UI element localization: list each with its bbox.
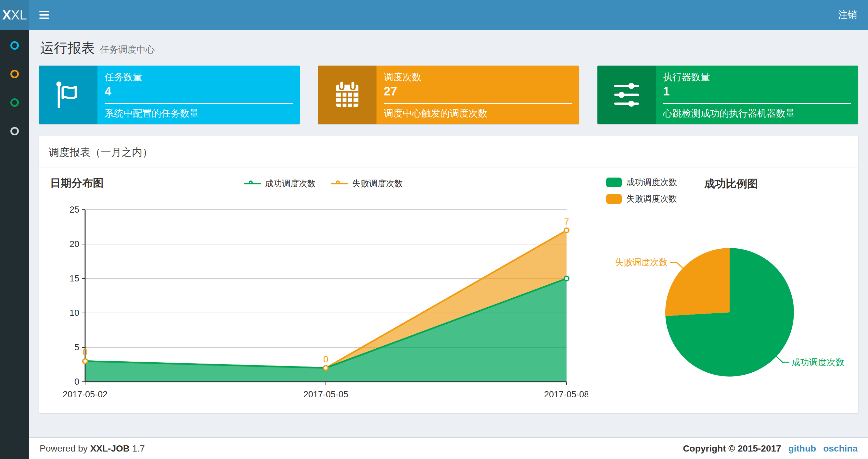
svg-text:2017-05-02: 2017-05-02 xyxy=(63,390,107,399)
svg-text:25: 25 xyxy=(69,205,79,215)
sliders-icon xyxy=(597,66,656,124)
sidebar-item-1[interactable] xyxy=(0,31,29,60)
calendar-icon xyxy=(318,66,376,124)
stat-value: 4 xyxy=(104,86,293,98)
brand-logo[interactable]: XXL xyxy=(0,0,29,30)
legend-label: 失败调度次数 xyxy=(352,178,403,189)
main-content: 运行报表 任务调度中心 任务数量 4 系统中配置的任务数量 xyxy=(29,30,868,437)
svg-text:2017-05-05: 2017-05-05 xyxy=(303,390,348,399)
line-legend-marker xyxy=(331,180,348,187)
svg-text:10: 10 xyxy=(69,308,79,318)
line-chart-legend: 成功调度次数 失败调度次数 xyxy=(244,178,403,189)
svg-text:20: 20 xyxy=(69,239,79,249)
powered-by: Powered by XXL-JOB 1.7 xyxy=(40,444,145,454)
flag-icon xyxy=(39,66,97,124)
pie-chart-legend: 成功调度次数 失败调度次数 xyxy=(606,176,677,204)
svg-text:0: 0 xyxy=(83,347,88,357)
svg-text:成功调度次数: 成功调度次数 xyxy=(792,357,844,367)
stat-description: 心跳检测成功的执行器机器数量 xyxy=(663,108,851,119)
circle-icon xyxy=(10,41,19,50)
legend-item-fail[interactable]: 失败调度次数 xyxy=(606,193,677,204)
legend-label: 成功调度次数 xyxy=(626,176,677,188)
line-chart-area: 日期分布图 成功调度次数 xyxy=(49,175,598,408)
legend-swatch xyxy=(606,177,622,187)
oschina-link[interactable]: oschina xyxy=(823,444,858,454)
stat-box-executors: 执行器数量 1 心跳检测成功的执行器机器数量 xyxy=(597,66,858,124)
logout-link[interactable]: 注销 xyxy=(827,0,868,30)
sidebar-toggle-button[interactable] xyxy=(29,0,59,30)
main-footer: Powered by XXL-JOB 1.7 Copyright © 2015-… xyxy=(29,437,868,459)
svg-text:7: 7 xyxy=(564,217,569,227)
brand-logo-rest: XL xyxy=(11,8,27,23)
line-legend-marker xyxy=(244,180,261,187)
panel-header: 调度报表（一月之内） xyxy=(39,136,858,168)
stat-description: 调度中心触发的调度次数 xyxy=(384,108,572,119)
circle-icon xyxy=(10,127,19,135)
pie-chart-plot: 成功调度次数失败调度次数 xyxy=(606,208,853,403)
panel-title: 调度报表（一月之内） xyxy=(49,145,848,160)
page-subtitle: 任务调度中心 xyxy=(100,43,155,56)
stat-box-jobs: 任务数量 4 系统中配置的任务数量 xyxy=(39,66,300,124)
legend-label: 成功调度次数 xyxy=(265,178,316,189)
legend-item-success[interactable]: 成功调度次数 xyxy=(244,178,316,189)
top-navbar: XXL 注销 xyxy=(0,0,868,30)
legend-item-success[interactable]: 成功调度次数 xyxy=(606,176,677,188)
legend-swatch xyxy=(606,194,622,204)
stat-value: 27 xyxy=(384,86,572,98)
pie-chart-area: 成功调度次数 失败调度次数 成功比例图 成功调度次数失败调度次数 xyxy=(598,175,848,408)
report-panel: 调度报表（一月之内） 日期分布图 成功调度次数 xyxy=(39,136,858,413)
stat-value: 1 xyxy=(663,86,851,98)
sidebar-item-4[interactable] xyxy=(0,117,29,145)
stat-divider xyxy=(663,103,851,104)
legend-label: 失败调度次数 xyxy=(626,193,677,204)
hamburger-icon xyxy=(39,11,49,19)
github-link[interactable]: github xyxy=(788,444,816,454)
stat-label: 执行器数量 xyxy=(663,72,851,83)
svg-text:15: 15 xyxy=(69,274,79,284)
svg-text:0: 0 xyxy=(323,354,329,364)
stat-divider xyxy=(384,103,572,104)
area-chart-plot: 05101520252017-05-022017-05-052017-05-08… xyxy=(49,196,588,407)
circle-icon xyxy=(10,98,19,107)
page-header: 运行报表 任务调度中心 xyxy=(39,30,858,57)
svg-text:0: 0 xyxy=(74,377,79,387)
copyright: Copyright © 2015-2017 github oschina xyxy=(683,444,858,454)
svg-text:失败调度次数: 失败调度次数 xyxy=(615,257,668,267)
stat-divider xyxy=(104,103,293,104)
line-chart-title: 日期分布图 xyxy=(50,176,104,191)
copyright-text: Copyright © 2015-2017 xyxy=(683,444,781,454)
sidebar-item-3[interactable] xyxy=(0,88,29,117)
stat-label: 调度次数 xyxy=(384,72,572,83)
stat-box-triggers: 调度次数 27 调度中心触发的调度次数 xyxy=(318,66,579,124)
pie-chart-title: 成功比例图 xyxy=(704,176,758,191)
product-name: XXL-JOB xyxy=(90,444,130,454)
stat-description: 系统中配置的任务数量 xyxy=(104,108,293,119)
stat-label: 任务数量 xyxy=(104,72,293,83)
brand-logo-bold: X xyxy=(2,8,11,23)
circle-icon xyxy=(10,70,19,78)
page-title: 运行报表 xyxy=(40,39,95,57)
svg-text:5: 5 xyxy=(74,342,79,352)
sidebar xyxy=(0,30,29,459)
sidebar-item-2[interactable] xyxy=(0,60,29,88)
legend-item-fail[interactable]: 失败调度次数 xyxy=(331,178,403,189)
product-version: 1.7 xyxy=(132,444,145,454)
svg-text:2017-05-08: 2017-05-08 xyxy=(544,390,588,399)
stat-box-row: 任务数量 4 系统中配置的任务数量 xyxy=(39,66,858,124)
